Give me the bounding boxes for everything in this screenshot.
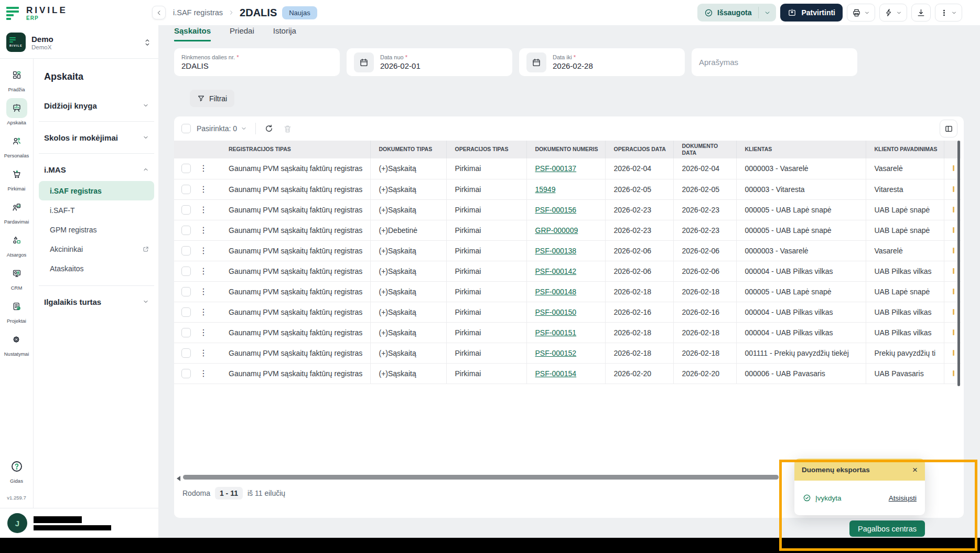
delete-button[interactable] <box>283 124 292 133</box>
row-checkbox[interactable] <box>181 205 191 215</box>
menu-hamburger-icon[interactable] <box>6 7 20 20</box>
rail-item-projektai[interactable]: Projektai <box>6 296 27 324</box>
rail-item-gidas[interactable]: Gidas <box>6 456 27 484</box>
row-kebab-icon[interactable]: ⋮ <box>199 267 208 275</box>
document-number-link[interactable]: PSF-000142 <box>535 267 577 275</box>
menu-group-ilgalaikis-turtas[interactable]: Ilgalaikis turtas <box>39 290 154 313</box>
sidebar-item-isaf-t[interactable]: i.SAF-T <box>39 200 154 220</box>
more-button[interactable] <box>935 4 962 22</box>
column-settings-button[interactable] <box>940 120 957 137</box>
document-number-link[interactable]: PSF-000148 <box>535 288 577 296</box>
rail-item-personalas[interactable]: Personalas <box>4 131 29 158</box>
row-checkbox[interactable] <box>181 348 191 358</box>
document-number-link[interactable]: PSF-000152 <box>535 349 577 357</box>
rail-item-nustatymai[interactable]: Nustatymai <box>4 329 29 357</box>
row-checkbox[interactable] <box>181 226 191 235</box>
row-kebab-icon[interactable]: ⋮ <box>199 369 208 378</box>
col-operacijos-data[interactable]: OPERACIJOS DATA <box>605 141 673 158</box>
sidebar-item-ataskaitos[interactable]: Ataskaitos <box>39 259 154 278</box>
print-button[interactable] <box>847 4 875 22</box>
row-kebab-icon[interactable]: ⋮ <box>199 206 208 214</box>
menu-group-didzioji-knyga[interactable]: Didžioji knyga <box>39 94 154 117</box>
part-number-field[interactable]: Rinkmenos dalies nr. * 2DALIS <box>174 48 340 76</box>
col-dokumento-tipas[interactable]: DOKUMENTO TIPAS <box>370 141 446 158</box>
actions-button[interactable] <box>879 4 907 22</box>
row-kebab-icon[interactable]: ⋮ <box>199 328 208 337</box>
document-number-link[interactable]: PSF-000154 <box>535 369 577 378</box>
confirm-button[interactable]: Patvirtinti <box>780 4 843 22</box>
row-kebab-icon[interactable]: ⋮ <box>199 308 208 316</box>
help-center-button[interactable]: Pagalbos centras <box>849 520 925 537</box>
row-checkbox[interactable] <box>181 369 191 378</box>
workspace-selector[interactable]: RIVILE Demo DemoX <box>0 26 158 59</box>
download-link[interactable]: Atsisiųsti <box>889 494 917 502</box>
row-kebab-icon[interactable]: ⋮ <box>199 288 208 296</box>
row-kebab-icon[interactable]: ⋮ <box>199 226 208 235</box>
saved-dropdown-caret[interactable] <box>759 4 776 22</box>
col-registracijos-tipas[interactable]: REGISTRACIJOS TIPAS <box>220 141 370 158</box>
sidebar-item-akcininkai[interactable]: Akcininkai <box>39 239 154 259</box>
filters-button[interactable]: Filtrai <box>190 90 234 107</box>
cell-klientas: 000004 - UAB Pilkas vilkas <box>736 302 866 322</box>
document-number-link[interactable]: PSF-000150 <box>535 308 577 316</box>
sidebar-item-isaf-registras[interactable]: i.SAF registras <box>39 181 154 200</box>
row-checkbox[interactable] <box>181 267 191 276</box>
user-profile[interactable]: J <box>0 508 158 538</box>
menu-group-imas[interactable]: i.MAS <box>39 158 154 181</box>
vertical-scrollbar[interactable] <box>957 141 960 386</box>
rail-item-pardavimai[interactable]: Pardavimai <box>4 197 29 225</box>
tab-saskaitos[interactable]: Sąskaitos <box>174 26 211 41</box>
saved-status-button[interactable]: Išsaugota <box>697 4 776 22</box>
col-operacijos-tipas[interactable]: OPERACIJOS TIPAS <box>446 141 526 158</box>
row-checkbox[interactable] <box>181 246 191 256</box>
horizontal-scrollbar[interactable] <box>183 475 779 480</box>
date-from-field[interactable]: Data nuo * 2026-02-01 <box>347 48 512 76</box>
row-checkbox[interactable] <box>181 185 191 194</box>
download-button[interactable] <box>911 4 931 22</box>
scroll-left-arrow[interactable] <box>177 476 180 481</box>
row-kebab-icon[interactable]: ⋮ <box>199 349 208 357</box>
document-number-link[interactable]: PSF-000138 <box>535 247 577 255</box>
col-kliento-pavadinimas[interactable]: KLIENTO PAVADINIMAS <box>866 141 944 158</box>
toast-header: Duomenų eksportas × <box>794 459 925 481</box>
rail-item-apskaita[interactable]: Apskaita <box>6 98 27 125</box>
rail-item-crm[interactable]: CRM <box>6 263 27 291</box>
row-kebab-icon[interactable]: ⋮ <box>199 164 208 173</box>
document-number-link[interactable]: PSF-000156 <box>535 206 577 214</box>
cell-dokumento-data: 2026-02-23 <box>673 220 736 240</box>
select-all-checkbox[interactable] <box>181 124 191 133</box>
sidebar-item-gpm-registras[interactable]: GPM registras <box>39 220 154 239</box>
row-kebab-icon[interactable]: ⋮ <box>199 247 208 255</box>
document-number-link[interactable]: 15949 <box>535 185 556 194</box>
tab-priedai[interactable]: Priedai <box>230 26 254 41</box>
document-number-link[interactable]: PSF-000137 <box>535 164 577 173</box>
rail-item-pradzia[interactable]: Pradžia <box>6 65 27 92</box>
back-button[interactable] <box>152 6 166 19</box>
description-field[interactable]: Aprašymas <box>692 48 857 76</box>
check-circle-icon <box>704 8 713 17</box>
page-range-chip[interactable]: 1 - 11 <box>215 487 243 499</box>
menu-group-skolos[interactable]: Skolos ir mokėjimai <box>39 126 154 149</box>
close-icon[interactable]: × <box>912 465 918 474</box>
calendar-icon[interactable] <box>354 52 374 72</box>
breadcrumb-separator-icon <box>228 9 234 16</box>
breadcrumb-isaf-registras[interactable]: i.SAF registras <box>173 8 223 17</box>
col-dokumento-numeris[interactable]: DOKUMENTO NUMERIS <box>526 141 605 158</box>
rail-item-pirkimai[interactable]: Pirkimai <box>6 164 27 192</box>
row-checkbox[interactable] <box>181 287 191 296</box>
row-checkbox[interactable] <box>181 164 191 173</box>
cell-klientas: 000003 - Vitaresta <box>736 179 866 199</box>
col-dokumento-data[interactable]: DOKUMENTO DATA <box>673 141 736 158</box>
calendar-icon[interactable] <box>526 52 546 72</box>
selected-count[interactable]: Pasirinkta: 0 <box>197 124 247 133</box>
col-klientas[interactable]: KLIENTAS <box>736 141 866 158</box>
rail-item-atsargos[interactable]: Atsargos <box>6 230 27 258</box>
document-number-link[interactable]: GRP-000009 <box>535 226 578 235</box>
date-to-field[interactable]: Data iki * 2026-02-28 <box>519 48 685 76</box>
row-kebab-icon[interactable]: ⋮ <box>199 185 208 194</box>
refresh-button[interactable] <box>264 124 274 133</box>
document-number-link[interactable]: PSF-000151 <box>535 328 577 337</box>
row-checkbox[interactable] <box>181 307 191 317</box>
row-checkbox[interactable] <box>181 328 191 337</box>
tab-istorija[interactable]: Istorija <box>273 26 296 41</box>
